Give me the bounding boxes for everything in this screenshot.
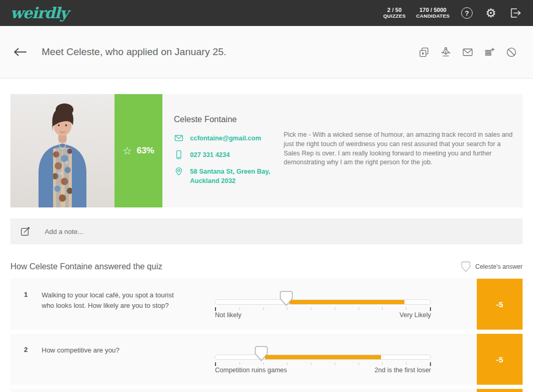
top-bar: weirdly 2 / 50 QUIZZES 170 / 5000 CANDID…	[0, 0, 533, 26]
question-text: Walking to your local café, you spot a t…	[42, 279, 215, 330]
back-button[interactable]	[12, 46, 27, 58]
quizzes-label: QUIZZES	[383, 14, 405, 19]
answer-slider: Competition ruins games 2nd is the first…	[215, 334, 431, 385]
quizzes-count: 2 / 50	[383, 7, 405, 14]
candidate-header: Meet Celeste, who applied on January 25.	[0, 26, 533, 79]
email-icon	[174, 133, 184, 143]
page-title: Meet Celeste, who applied on January 25.	[42, 46, 418, 58]
slider-labels: Competition ruins games 2nd is the first…	[215, 367, 431, 374]
answer-marker-icon	[461, 260, 471, 273]
email-icon[interactable]	[462, 46, 474, 58]
answer-marker[interactable]	[280, 291, 293, 306]
candidates-count: 170 / 5000	[416, 7, 450, 14]
slider-ticks	[215, 362, 431, 366]
main-content: ☆ 63% Celeste Fontaine ccfontaine@gmail.…	[0, 94, 533, 392]
answer-slider	[215, 389, 431, 392]
question-text: How competitive are you?	[42, 334, 215, 385]
answer-legend: Celeste's answer	[461, 260, 523, 273]
match-score-value: 63%	[136, 146, 154, 156]
candidates-stat[interactable]: 170 / 5000 CANDIDATES	[416, 7, 450, 19]
question-number: 2	[10, 334, 42, 385]
answer-marker[interactable]	[255, 346, 268, 361]
match-score-panel[interactable]: ☆ 63%	[115, 94, 162, 207]
slider-ticks	[215, 307, 431, 311]
email-row[interactable]: ccfontaine@gmail.com	[174, 134, 271, 143]
candidate-profile-card: ☆ 63% Celeste Fontaine ccfontaine@gmail.…	[10, 94, 523, 207]
question-score-badge	[477, 389, 523, 392]
candidate-photo	[10, 94, 115, 207]
settings-icon[interactable]: ⚙	[484, 6, 498, 20]
question-row-2: 2 How competitive are you? Competition r…	[10, 334, 523, 385]
header-actions	[418, 46, 517, 58]
question-score-badge: -5	[477, 334, 523, 385]
candidate-address: 58 Santana St, Green Bay, Auckland 2032	[190, 167, 270, 186]
slider-labels: Not likely Very Likely	[215, 311, 431, 319]
slider-left-label: Competition ruins games	[215, 367, 287, 374]
legend-label: Celeste's answer	[475, 263, 523, 270]
block-icon[interactable]	[505, 46, 517, 58]
quiz-section-header: How Celeste Fontaine answered the quiz C…	[10, 259, 523, 275]
question-number: 1	[10, 279, 42, 330]
phone-icon	[174, 150, 184, 160]
star-icon[interactable]: ☆	[123, 146, 132, 156]
quizzes-stat[interactable]: 2 / 50 QUIZZES	[383, 7, 405, 19]
note-placeholder: Add a note...	[45, 228, 83, 236]
slider-left-label: Not likely	[215, 311, 242, 319]
slider-track[interactable]	[215, 355, 431, 360]
candidate-phone[interactable]: 027 331 4234	[190, 150, 230, 160]
slider-range-fill	[289, 299, 404, 305]
candidate-email[interactable]: ccfontaine@gmail.com	[190, 134, 261, 143]
question-score-badge: -5	[477, 279, 523, 330]
question-row-1: 1 Walking to your local café, you spot a…	[10, 279, 523, 330]
quiz-heading: How Celeste Fontaine answered the quiz	[10, 262, 162, 271]
logout-icon[interactable]	[508, 6, 522, 20]
slider-track[interactable]	[215, 299, 431, 305]
phone-row[interactable]: 027 331 4234	[174, 150, 271, 160]
contact-details: Celeste Fontaine ccfontaine@gmail.com 02…	[162, 94, 271, 207]
question-text	[42, 389, 215, 392]
answer-slider: Not likely Very Likely	[215, 279, 431, 330]
add-note-field[interactable]: Add a note...	[10, 218, 523, 244]
weirdly-logo[interactable]: weirdly	[10, 4, 68, 22]
candidate-pitch: Pick me - With a wicked sense of humour,…	[271, 94, 523, 207]
edit-note-icon	[20, 226, 31, 237]
question-row-3	[10, 389, 523, 392]
documents-play-icon[interactable]	[418, 46, 430, 58]
add-to-list-icon[interactable]	[484, 46, 496, 58]
slider-range-fill	[265, 355, 381, 360]
stamp-icon[interactable]	[440, 46, 452, 58]
candidate-name: Celeste Fontaine	[174, 115, 271, 124]
help-icon[interactable]: ?	[460, 6, 474, 20]
candidates-label: CANDIDATES	[416, 14, 450, 19]
address-row[interactable]: 58 Santana St, Green Bay, Auckland 2032	[174, 167, 271, 186]
slider-right-label: 2nd is the first loser	[375, 367, 431, 374]
question-number	[10, 389, 42, 392]
location-pin-icon	[174, 166, 184, 176]
slider-right-label: Very Likely	[400, 311, 431, 319]
topbar-right: 2 / 50 QUIZZES 170 / 5000 CANDIDATES ? ⚙	[383, 6, 522, 20]
